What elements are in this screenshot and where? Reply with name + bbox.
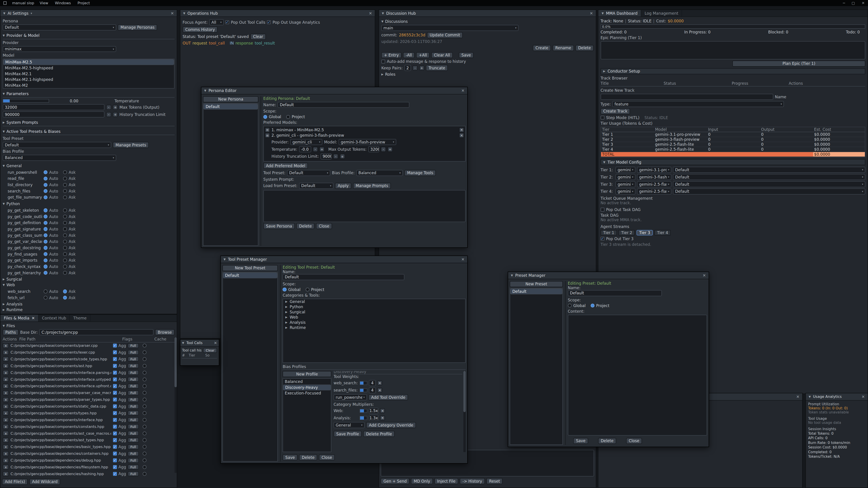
agg-checkbox[interactable]: ✓ xyxy=(113,425,117,429)
tier-provider-select[interactable]: gemini▾ xyxy=(616,174,636,180)
full-button[interactable]: Full xyxy=(128,404,139,409)
decrement-button[interactable]: - xyxy=(313,147,318,152)
ask-radio[interactable] xyxy=(63,265,67,268)
categories-list[interactable]: ▶ General ▶ Python ▶ Surgical xyxy=(283,299,466,363)
provider-model-section-header[interactable]: ▼Provider & Model xyxy=(3,32,175,39)
agg-checkbox[interactable]: ✓ xyxy=(113,364,117,368)
save-discussion-button[interactable]: Save xyxy=(459,52,474,58)
bias-profile-select[interactable]: Balanced▾ xyxy=(356,170,403,176)
table-row[interactable]: x C:/projects/gencpp/base/components/ast… xyxy=(3,430,175,437)
tier-model-select[interactable]: gemini-3.1-pro-pre▾ xyxy=(637,167,671,173)
scope-global-radio[interactable] xyxy=(568,304,572,307)
cache-indicator[interactable] xyxy=(143,465,147,469)
group-runtime-header[interactable]: ▶Runtime xyxy=(3,307,175,312)
group-surgical-header[interactable]: ▶Surgical xyxy=(3,277,175,282)
close-icon[interactable]: ✕ xyxy=(369,11,372,15)
remove-file-button[interactable]: x xyxy=(3,464,9,469)
tab-mma-dashboard[interactable]: ▼MMA Dashboard xyxy=(598,10,641,17)
remove-override-button[interactable]: ✕ xyxy=(380,416,385,420)
bias-profile-select[interactable]: Balanced▾ xyxy=(3,155,116,161)
ask-radio[interactable] xyxy=(63,208,67,212)
category-override-select[interactable]: General▾ xyxy=(334,422,365,428)
stream-tab[interactable]: Tier 1 xyxy=(600,230,617,235)
scope-project-radio[interactable] xyxy=(286,115,290,119)
base-dir-input[interactable]: C:/projects/gencpp xyxy=(39,329,153,335)
remove-file-button[interactable]: x xyxy=(3,471,9,476)
table-row[interactable]: x C:/projects/gencpp/base/dependencies/d… xyxy=(3,457,175,464)
agg-checkbox[interactable]: ✓ xyxy=(113,344,117,348)
step-mode-checkbox[interactable] xyxy=(600,116,604,120)
close-icon[interactable]: ✕ xyxy=(170,11,174,15)
clear-tool-calls-button[interactable]: Clear xyxy=(203,348,217,353)
model-option[interactable]: MiniMax-M2.1-highspeed xyxy=(3,76,174,83)
category-item[interactable]: ▶ Surgical xyxy=(283,310,465,315)
full-button[interactable]: Full xyxy=(128,370,139,375)
weight-slider[interactable] xyxy=(360,388,367,392)
tool-preset-list[interactable]: Default xyxy=(222,272,278,461)
chevron-right-icon[interactable]: ▶ xyxy=(285,311,287,314)
multiplier-value[interactable]: 1.3x xyxy=(369,415,378,421)
popout-usage-checkbox[interactable]: ✓ xyxy=(267,20,271,24)
profile-list-item[interactable]: Execution-Focused xyxy=(283,390,331,396)
expand-all-button[interactable]: +All xyxy=(416,52,430,58)
history-limit-input[interactable]: 900000 xyxy=(320,153,332,160)
remove-override-button[interactable]: ✕ xyxy=(380,408,385,413)
tier-provider-select[interactable]: gemini▾ xyxy=(616,167,636,173)
persona-list-item[interactable]: Default xyxy=(204,104,258,109)
profile-list-item[interactable]: Balanced xyxy=(283,379,331,385)
tab-log-management[interactable]: Log Management xyxy=(641,10,682,17)
ask-radio[interactable] xyxy=(63,240,67,243)
md-only-button[interactable]: MD Only xyxy=(411,478,433,484)
group-general-header[interactable]: ▼General xyxy=(3,164,175,168)
decrement-button[interactable]: - xyxy=(412,66,417,70)
auto-radio[interactable] xyxy=(43,271,48,275)
multiplier-slider[interactable] xyxy=(360,416,367,420)
agg-checkbox[interactable]: ✓ xyxy=(113,398,117,401)
table-row[interactable]: x C:/projects/gencpp/base/components/int… xyxy=(3,376,175,383)
ask-radio[interactable] xyxy=(63,246,67,250)
add-files-button[interactable]: Add File(s) xyxy=(2,479,28,485)
scope-global-radio[interactable] xyxy=(264,115,267,119)
category-item[interactable]: ▶ Analysis xyxy=(283,320,465,325)
parameters-section-header[interactable]: ▼Parameters xyxy=(3,90,175,98)
ask-radio[interactable] xyxy=(63,227,67,231)
remove-file-button[interactable]: x xyxy=(3,384,9,389)
close-window-button[interactable]: ✕ xyxy=(862,1,865,5)
scope-project-radio[interactable] xyxy=(306,288,309,291)
to-history-button[interactable]: -> History xyxy=(460,478,485,484)
model-listbox[interactable]: MiniMax-M2.5MiniMax-M2.5-highspeedMiniMa… xyxy=(3,59,175,89)
close-icon[interactable]: ✕ xyxy=(461,88,465,93)
preset-list[interactable]: Default xyxy=(510,288,563,445)
remove-file-button[interactable]: x xyxy=(3,397,9,402)
new-tool-preset-button[interactable]: New Tool Preset xyxy=(222,265,278,271)
chevron-right-icon[interactable]: ▶ xyxy=(285,321,287,324)
stream-tab[interactable]: Tier 2 xyxy=(618,230,635,235)
full-button[interactable]: Full xyxy=(128,464,139,469)
paths-tab-button[interactable]: Paths xyxy=(3,329,19,335)
menu-item[interactable]: Project xyxy=(78,1,90,5)
agg-checkbox[interactable]: ✓ xyxy=(113,384,117,388)
auto-add-checkbox[interactable] xyxy=(381,60,385,64)
create-track-button[interactable]: Create Track xyxy=(600,108,630,114)
save-button[interactable]: Save xyxy=(283,454,298,460)
auto-radio[interactable] xyxy=(43,170,48,174)
auto-radio[interactable] xyxy=(43,227,48,231)
increment-button[interactable]: + xyxy=(113,112,118,117)
decrement-button[interactable]: - xyxy=(106,112,111,117)
files-section-header[interactable]: ▼Files xyxy=(3,324,175,328)
remove-file-button[interactable]: x xyxy=(3,445,9,449)
focus-agent-select[interactable]: All▾ xyxy=(209,19,224,25)
tool-preset-name-input[interactable]: Default xyxy=(283,274,404,280)
pref-provider-select[interactable]: gemini_cli▾ xyxy=(290,139,322,145)
active-presets-section-header[interactable]: ▼Active Tool Presets & Biases xyxy=(3,128,175,135)
screenshots-section-header[interactable]: Screenshots xyxy=(6,487,30,488)
new-profile-button[interactable]: New Profile xyxy=(283,371,331,377)
remove-model-button[interactable]: ✕ xyxy=(459,133,464,138)
conductor-setup-header[interactable]: ▶Conductor Setup xyxy=(600,68,866,74)
cache-indicator[interactable] xyxy=(143,431,147,435)
remove-file-button[interactable]: x xyxy=(3,370,9,375)
auto-radio[interactable] xyxy=(43,252,48,256)
agg-checkbox[interactable]: ✓ xyxy=(113,472,117,476)
preset-manager-titlebar[interactable]: ▼ Preset Manager ✕ xyxy=(508,272,709,279)
model-option[interactable]: MiniMax-M2.1 xyxy=(3,71,174,77)
